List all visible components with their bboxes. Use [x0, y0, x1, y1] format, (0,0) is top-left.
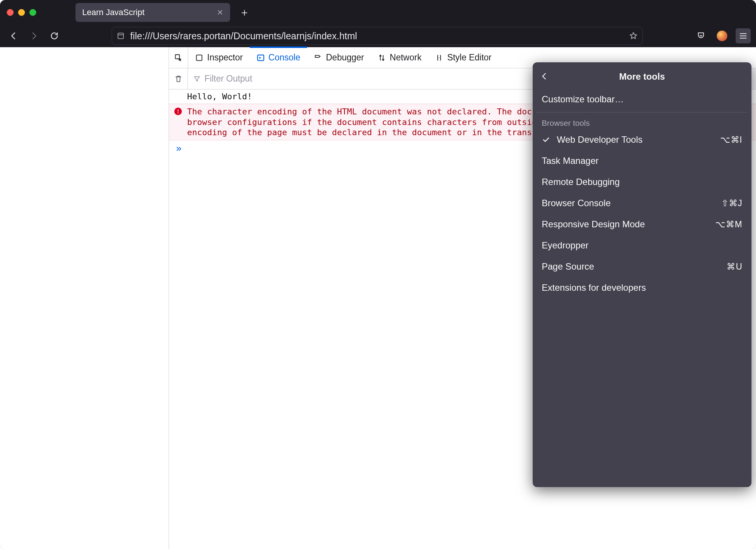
menu-item-shortcut: ⇧⌘J — [721, 198, 743, 208]
extension-icon[interactable] — [715, 28, 730, 43]
menu-item-label: Web Developer Tools — [557, 134, 642, 145]
maximize-window-button[interactable] — [29, 9, 36, 16]
back-button[interactable] — [5, 28, 22, 44]
menu-item-label: Remote Debugging — [542, 177, 620, 187]
webpage-viewport[interactable] — [0, 47, 169, 549]
tab-inspector[interactable]: Inspector — [188, 47, 250, 68]
tab-title: Learn JavaScript — [82, 8, 144, 17]
menu-item-task-manager[interactable]: Task Manager — [533, 150, 751, 171]
more-tools-menu: More tools Customize toolbar… Browser to… — [533, 62, 751, 487]
browser-tab[interactable]: Learn JavaScript ✕ — [75, 3, 230, 22]
reload-button[interactable] — [46, 28, 63, 44]
clear-console-button[interactable] — [169, 68, 188, 89]
menu-item-page-source[interactable]: Page Source ⌘U — [533, 256, 751, 277]
pocket-icon[interactable] — [693, 28, 708, 43]
menu-item-shortcut: ⌥⌘M — [715, 219, 742, 230]
new-tab-button[interactable]: ＋ — [235, 4, 254, 21]
address-bar[interactable]: file:///Users/rares.portan/Documents/lea… — [112, 27, 643, 45]
menu-item-remote-debugging[interactable]: Remote Debugging — [533, 171, 751, 193]
menu-item-label: Task Manager — [542, 156, 599, 166]
forward-button[interactable] — [26, 28, 42, 44]
menu-item-label: Eyedropper — [542, 240, 589, 251]
menu-section-label: Browser tools — [533, 115, 751, 129]
close-tab-button[interactable]: ✕ — [215, 6, 225, 19]
tab-debugger[interactable]: Debugger — [307, 47, 371, 68]
menu-item-label: Page Source — [542, 261, 594, 272]
page-info-icon[interactable] — [117, 32, 125, 40]
menu-item-responsive-design-mode[interactable]: Responsive Design Mode ⌥⌘M — [533, 214, 751, 235]
check-icon — [542, 136, 550, 144]
menu-item-label: Customize toolbar… — [542, 94, 624, 105]
tab-console[interactable]: Console — [250, 47, 307, 68]
tab-console-label: Console — [269, 52, 300, 63]
menu-item-customize-toolbar[interactable]: Customize toolbar… — [533, 89, 751, 110]
menu-item-shortcut: ⌥⌘I — [720, 135, 742, 145]
close-window-button[interactable] — [7, 9, 14, 16]
svg-rect-0 — [118, 33, 124, 39]
browser-window: Learn JavaScript ✕ ＋ file:///Users/rares… — [0, 0, 756, 549]
toolbar-right — [693, 28, 751, 43]
svg-rect-2 — [197, 55, 202, 60]
menu-item-shortcut: ⌘U — [727, 262, 742, 272]
funnel-icon — [193, 75, 201, 83]
menu-item-label: Responsive Design Mode — [542, 219, 645, 230]
menu-back-button[interactable] — [538, 70, 551, 85]
menu-item-eyedropper[interactable]: Eyedropper — [533, 235, 751, 256]
menu-item-extensions-for-developers[interactable]: Extensions for developers — [533, 277, 751, 298]
more-tools-title: More tools — [619, 71, 665, 82]
toolbar: file:///Users/rares.portan/Documents/lea… — [0, 25, 756, 47]
url-text: file:///Users/rares.portan/Documents/lea… — [130, 31, 624, 42]
tab-style-editor[interactable]: Style Editor — [428, 47, 498, 68]
tab-inspector-label: Inspector — [207, 52, 243, 63]
menu-separator — [536, 112, 748, 113]
tab-network-label: Network — [390, 52, 421, 63]
tab-network[interactable]: Network — [371, 47, 428, 68]
hamburger-menu-button[interactable] — [736, 28, 751, 43]
menu-item-browser-console[interactable]: Browser Console ⇧⌘J — [533, 193, 751, 214]
menu-item-web-developer-tools[interactable]: Web Developer Tools ⌥⌘I — [533, 129, 751, 150]
bookmark-star-icon[interactable] — [629, 31, 638, 40]
tab-debugger-label: Debugger — [326, 52, 364, 63]
filter-placeholder: Filter Output — [204, 74, 252, 84]
more-tools-header: More tools — [533, 66, 751, 89]
minimize-window-button[interactable] — [18, 9, 25, 16]
tab-style-editor-label: Style Editor — [447, 52, 492, 63]
menu-item-label: Browser Console — [542, 198, 611, 208]
window-controls — [7, 9, 36, 16]
titlebar: Learn JavaScript ✕ ＋ — [0, 0, 756, 25]
menu-item-label: Extensions for developers — [542, 282, 646, 293]
element-picker-button[interactable] — [169, 47, 188, 68]
